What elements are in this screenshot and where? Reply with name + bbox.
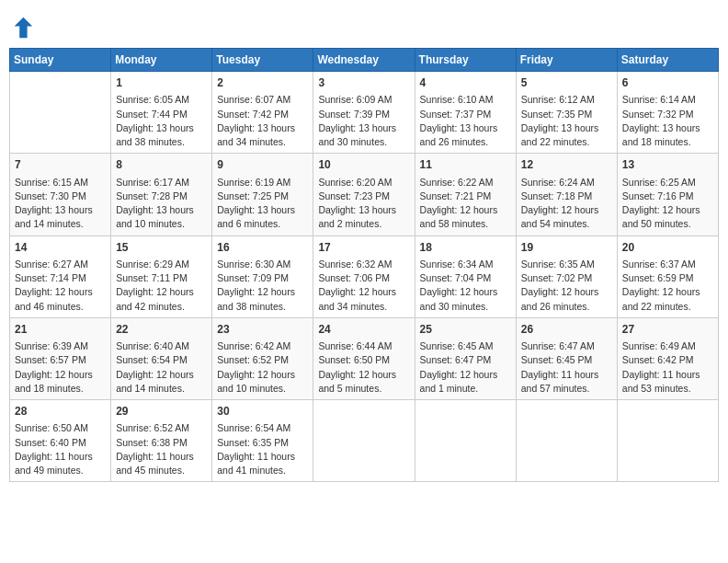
calendar-cell: 8Sunrise: 6:17 AMSunset: 7:28 PMDaylight… bbox=[111, 154, 212, 236]
daylight: Daylight: 13 hours and 34 minutes. bbox=[217, 122, 295, 147]
calendar-cell: 22Sunrise: 6:40 AMSunset: 6:54 PMDayligh… bbox=[111, 317, 212, 399]
daylight: Daylight: 13 hours and 30 minutes. bbox=[318, 122, 396, 147]
calendar-cell: 16Sunrise: 6:30 AMSunset: 7:09 PMDayligh… bbox=[212, 236, 313, 317]
sunset: Sunset: 6:50 PM bbox=[318, 354, 390, 365]
sunset: Sunset: 7:04 PM bbox=[420, 272, 492, 283]
column-header-tuesday: Tuesday bbox=[212, 49, 313, 72]
daylight: Daylight: 12 hours and 54 minutes. bbox=[521, 204, 599, 229]
day-number: 18 bbox=[420, 240, 511, 256]
calendar-cell: 27Sunrise: 6:49 AMSunset: 6:42 PMDayligh… bbox=[617, 317, 718, 399]
sunset: Sunset: 7:39 PM bbox=[318, 109, 390, 120]
sunrise: Sunrise: 6:35 AM bbox=[521, 259, 595, 270]
day-number: 21 bbox=[15, 322, 106, 338]
sunset: Sunset: 7:14 PM bbox=[15, 272, 86, 283]
svg-marker-0 bbox=[15, 17, 33, 38]
week-row-3: 14Sunrise: 6:27 AMSunset: 7:14 PMDayligh… bbox=[10, 236, 719, 317]
sunset: Sunset: 6:42 PM bbox=[622, 354, 694, 365]
sunrise: Sunrise: 6:47 AM bbox=[521, 340, 595, 351]
day-number: 27 bbox=[622, 322, 713, 338]
calendar-cell: 1Sunrise: 6:05 AMSunset: 7:44 PMDaylight… bbox=[111, 72, 212, 154]
day-number: 22 bbox=[116, 322, 207, 338]
day-number: 30 bbox=[217, 404, 308, 419]
daylight: Daylight: 13 hours and 22 minutes. bbox=[521, 122, 599, 147]
sunrise: Sunrise: 6:15 AM bbox=[15, 177, 88, 188]
daylight: Daylight: 12 hours and 50 minutes. bbox=[622, 204, 700, 229]
sunrise: Sunrise: 6:10 AM bbox=[420, 94, 494, 105]
daylight: Daylight: 13 hours and 6 minutes. bbox=[217, 204, 295, 229]
daylight: Daylight: 12 hours and 14 minutes. bbox=[116, 369, 194, 394]
calendar-cell: 28Sunrise: 6:50 AMSunset: 6:40 PMDayligh… bbox=[10, 400, 111, 482]
calendar-cell: 12Sunrise: 6:24 AMSunset: 7:18 PMDayligh… bbox=[516, 154, 617, 236]
sunrise: Sunrise: 6:27 AM bbox=[15, 259, 88, 270]
daylight: Daylight: 13 hours and 38 minutes. bbox=[116, 122, 194, 147]
sunrise: Sunrise: 6:25 AM bbox=[622, 177, 696, 188]
day-number: 7 bbox=[15, 157, 106, 173]
sunrise: Sunrise: 6:20 AM bbox=[318, 177, 392, 188]
sunrise: Sunrise: 6:52 AM bbox=[116, 422, 189, 433]
sunrise: Sunrise: 6:22 AM bbox=[420, 177, 494, 188]
day-number: 20 bbox=[622, 240, 713, 256]
daylight: Daylight: 12 hours and 10 minutes. bbox=[217, 369, 295, 394]
sunset: Sunset: 7:28 PM bbox=[116, 190, 188, 201]
column-header-saturday: Saturday bbox=[617, 49, 718, 72]
daylight: Daylight: 12 hours and 5 minutes. bbox=[318, 369, 396, 394]
day-number: 23 bbox=[217, 322, 308, 338]
sunrise: Sunrise: 6:19 AM bbox=[217, 177, 290, 188]
day-number: 9 bbox=[217, 157, 308, 173]
daylight: Daylight: 12 hours and 34 minutes. bbox=[318, 286, 396, 311]
sunset: Sunset: 7:16 PM bbox=[622, 190, 694, 201]
calendar-cell: 21Sunrise: 6:39 AMSunset: 6:57 PMDayligh… bbox=[10, 317, 111, 399]
sunrise: Sunrise: 6:42 AM bbox=[217, 340, 290, 351]
calendar-cell: 17Sunrise: 6:32 AMSunset: 7:06 PMDayligh… bbox=[313, 236, 415, 317]
sunrise: Sunrise: 6:45 AM bbox=[420, 340, 494, 351]
sunrise: Sunrise: 6:49 AM bbox=[622, 340, 696, 351]
calendar-cell: 5Sunrise: 6:12 AMSunset: 7:35 PMDaylight… bbox=[516, 72, 617, 154]
daylight: Daylight: 13 hours and 18 minutes. bbox=[622, 122, 700, 147]
sunset: Sunset: 7:25 PM bbox=[217, 190, 289, 201]
daylight: Daylight: 12 hours and 58 minutes. bbox=[420, 204, 498, 229]
calendar-cell: 4Sunrise: 6:10 AMSunset: 7:37 PMDaylight… bbox=[415, 72, 516, 154]
sunset: Sunset: 7:11 PM bbox=[116, 272, 188, 283]
calendar-cell: 18Sunrise: 6:34 AMSunset: 7:04 PMDayligh… bbox=[415, 236, 516, 317]
sunset: Sunset: 6:45 PM bbox=[521, 354, 593, 365]
daylight: Daylight: 13 hours and 26 minutes. bbox=[420, 122, 498, 147]
calendar-cell: 26Sunrise: 6:47 AMSunset: 6:45 PMDayligh… bbox=[516, 317, 617, 399]
day-number: 10 bbox=[318, 157, 409, 173]
calendar-cell: 23Sunrise: 6:42 AMSunset: 6:52 PMDayligh… bbox=[212, 317, 313, 399]
calendar-cell: 2Sunrise: 6:07 AMSunset: 7:42 PMDaylight… bbox=[212, 72, 313, 154]
daylight: Daylight: 12 hours and 38 minutes. bbox=[217, 286, 295, 311]
calendar-cell bbox=[516, 400, 617, 482]
day-number: 25 bbox=[420, 322, 511, 338]
sunrise: Sunrise: 6:07 AM bbox=[217, 94, 290, 105]
daylight: Daylight: 13 hours and 10 minutes. bbox=[116, 204, 194, 229]
day-number: 11 bbox=[420, 157, 511, 173]
sunset: Sunset: 7:42 PM bbox=[217, 109, 289, 120]
sunset: Sunset: 6:38 PM bbox=[116, 437, 188, 448]
sunset: Sunset: 7:18 PM bbox=[521, 190, 593, 201]
day-number: 16 bbox=[217, 240, 308, 256]
day-number: 15 bbox=[116, 240, 207, 256]
calendar-cell: 25Sunrise: 6:45 AMSunset: 6:47 PMDayligh… bbox=[415, 317, 516, 399]
calendar-cell: 15Sunrise: 6:29 AMSunset: 7:11 PMDayligh… bbox=[111, 236, 212, 317]
day-number: 12 bbox=[521, 157, 612, 173]
calendar-cell: 29Sunrise: 6:52 AMSunset: 6:38 PMDayligh… bbox=[111, 400, 212, 482]
daylight: Daylight: 11 hours and 49 minutes. bbox=[15, 451, 93, 476]
daylight: Daylight: 11 hours and 57 minutes. bbox=[521, 369, 599, 394]
calendar-cell: 6Sunrise: 6:14 AMSunset: 7:32 PMDaylight… bbox=[617, 72, 718, 154]
column-header-friday: Friday bbox=[516, 49, 617, 72]
daylight: Daylight: 12 hours and 1 minute. bbox=[420, 369, 498, 394]
sunrise: Sunrise: 6:30 AM bbox=[217, 259, 290, 270]
day-number: 1 bbox=[116, 75, 207, 91]
sunset: Sunset: 7:02 PM bbox=[521, 272, 593, 283]
day-number: 17 bbox=[318, 240, 409, 256]
sunset: Sunset: 6:52 PM bbox=[217, 354, 289, 365]
calendar-cell: 3Sunrise: 6:09 AMSunset: 7:39 PMDaylight… bbox=[313, 72, 415, 154]
column-header-sunday: Sunday bbox=[10, 49, 111, 72]
day-number: 5 bbox=[521, 75, 612, 91]
sunset: Sunset: 6:54 PM bbox=[116, 354, 188, 365]
sunrise: Sunrise: 6:12 AM bbox=[521, 94, 595, 105]
day-number: 29 bbox=[116, 404, 207, 419]
sunrise: Sunrise: 6:29 AM bbox=[116, 259, 189, 270]
day-number: 14 bbox=[15, 240, 106, 256]
day-number: 26 bbox=[521, 322, 612, 338]
